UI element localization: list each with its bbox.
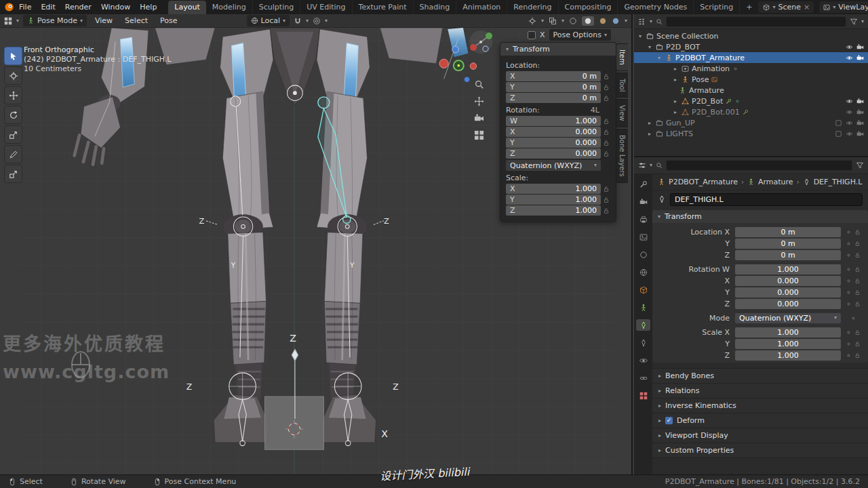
tab-bone-constraint[interactable] [636, 337, 650, 348]
tab-physics[interactable] [636, 354, 650, 366]
expand-caret-icon[interactable]: ▾ [656, 55, 663, 61]
tab-scene[interactable] [636, 249, 650, 260]
value-field[interactable]: 1.000 [735, 264, 841, 274]
value-field[interactable]: 0 m [735, 239, 841, 249]
properties-editor-icon[interactable] [638, 161, 646, 169]
rotation-w-field[interactable]: W1.000 [506, 116, 601, 126]
lock-icon[interactable] [854, 352, 861, 359]
tab-object-data[interactable] [636, 302, 650, 313]
workspace-tab-modeling[interactable]: Modeling [206, 1, 253, 14]
sidebar-tab-view[interactable]: View [616, 99, 628, 127]
render-visibility-icon[interactable] [856, 98, 864, 105]
keyframe-dot-icon[interactable] [850, 315, 856, 321]
workspace-tab-compositing[interactable]: Compositing [559, 1, 618, 14]
viewlayer-selector[interactable]: ▾ ViewLayer × [819, 1, 868, 13]
shading-caret-icon[interactable]: ▾ [625, 18, 627, 24]
workspace-tab-uv-editing[interactable]: UV Editing [300, 1, 352, 14]
keyframe-dot-icon[interactable] [846, 266, 852, 272]
rotation-mode-dropdown[interactable]: Quaternion (WXYZ)▾ [506, 160, 601, 171]
hide-eye-icon[interactable] [846, 98, 853, 105]
pose-options-dropdown[interactable]: Pose Options ▾ [549, 29, 611, 41]
menu-edit[interactable]: Edit [36, 1, 60, 13]
breadcrumb-object[interactable]: P2DBOT_Armature [669, 178, 738, 186]
gizmo-axis-red[interactable] [470, 44, 477, 51]
navigation-gizmo[interactable] [467, 28, 495, 56]
value-field[interactable]: 1.000 [735, 350, 841, 361]
render-visibility-icon[interactable] [856, 108, 864, 116]
workspace-tab-rendering[interactable]: Rendering [507, 1, 558, 14]
lock-icon[interactable] [854, 252, 861, 258]
gizmos-icon[interactable] [528, 17, 536, 25]
filter-caret-icon[interactable]: ▾ [861, 19, 864, 24]
transform-orientation-selector[interactable]: Local ▾ [247, 15, 290, 26]
gizmos-caret-icon[interactable]: ▾ [541, 18, 544, 24]
camera-view-icon[interactable] [474, 113, 484, 123]
hide-eye-icon[interactable] [846, 119, 853, 127]
outliner-row-p2d-bot[interactable]: ▾ P2D_BOT [634, 41, 868, 52]
panel-viewport-display[interactable]: ▸Viewport Display [652, 428, 868, 443]
outliner-row-pose[interactable]: ▸ Pose [634, 74, 868, 85]
expand-caret-icon[interactable]: ▾ [637, 33, 644, 39]
expand-caret-icon[interactable]: ▸ [646, 120, 653, 126]
breadcrumb-data[interactable]: Armature [758, 178, 793, 186]
tab-render[interactable] [636, 196, 650, 207]
pan-view-icon[interactable] [474, 96, 484, 106]
expand-caret-icon[interactable]: ▸ [672, 98, 679, 104]
value-field[interactable]: 0 m [735, 250, 841, 260]
shading-material-icon[interactable] [599, 17, 607, 25]
value-field[interactable]: 1.000 [735, 339, 841, 349]
outliner-row-animation[interactable]: ▸ Animation [634, 63, 868, 74]
outliner-row-lights[interactable]: ▸ LIGHTS [634, 128, 868, 139]
sidebar-tab-tool[interactable]: Tool [616, 73, 628, 98]
tool-measure[interactable] [4, 165, 22, 183]
outliner-row-p2dbot-armature[interactable]: ▾ P2DBOT_Armature [634, 52, 868, 63]
properties-search-input[interactable] [666, 160, 852, 171]
location-y-field[interactable]: Y0 m [506, 82, 601, 92]
lock-icon[interactable] [854, 341, 861, 347]
expand-caret-icon[interactable]: ▸ [646, 131, 653, 137]
scale-x-field[interactable]: X1.000 [506, 184, 601, 194]
panel-relations[interactable]: ▸Relations [652, 383, 868, 398]
hide-eye-icon[interactable] [846, 108, 853, 116]
keyframe-dot-icon[interactable] [846, 329, 852, 336]
snap-caret-icon[interactable]: ▾ [306, 18, 309, 24]
render-visibility-icon[interactable] [856, 43, 864, 51]
workspace-tab-layout[interactable]: Layout [168, 1, 205, 14]
panel-custom-properties[interactable]: ▸Custom Properties [652, 443, 868, 458]
lock-icon[interactable] [603, 150, 610, 157]
menu-select[interactable]: Select [121, 16, 152, 26]
keyframe-dot-icon[interactable] [846, 341, 852, 347]
menu-pose[interactable]: Pose [156, 16, 181, 26]
tab-object[interactable] [636, 284, 650, 296]
sidebar-tab-item[interactable]: Item [616, 43, 628, 71]
tab-bone[interactable] [636, 319, 650, 331]
tool-move[interactable] [4, 86, 22, 104]
tool-annotate[interactable] [4, 145, 22, 163]
render-visibility-icon[interactable] [856, 130, 864, 138]
scale-y-field[interactable]: Y1.000 [506, 195, 601, 205]
shading-rendered-icon[interactable] [612, 17, 620, 25]
tab-tool[interactable] [636, 178, 650, 190]
overlays-caret-icon[interactable]: ▾ [561, 18, 564, 24]
lock-icon[interactable] [854, 329, 861, 336]
rotation-y-field[interactable]: Y0.000 [506, 138, 601, 148]
exclude-checkbox-icon[interactable] [835, 130, 842, 138]
value-field[interactable]: 0 m [735, 227, 841, 237]
menu-file[interactable]: File [14, 1, 36, 13]
rotation-x-field[interactable]: X0.000 [506, 127, 601, 137]
add-workspace-button[interactable]: + [740, 1, 759, 14]
filter-funnel-icon[interactable] [850, 18, 858, 26]
workspace-tab-shading[interactable]: Shading [414, 1, 457, 14]
value-field[interactable]: 0.000 [735, 276, 841, 286]
tool-scale[interactable] [4, 125, 22, 144]
workspace-tab-texture-paint[interactable]: Texture Paint [353, 1, 414, 14]
blender-logo[interactable] [4, 2, 14, 12]
overlays-icon[interactable] [549, 17, 557, 25]
rotation-z-field[interactable]: Z0.000 [506, 148, 601, 159]
breadcrumb-bone[interactable]: DEF_THIGH.L [814, 178, 863, 186]
outliner-row-armature-data[interactable]: Armature [634, 85, 868, 96]
filter-funnel-icon[interactable] [856, 161, 864, 169]
menu-render[interactable]: Render [60, 1, 96, 13]
location-x-field[interactable]: X0 m [506, 71, 601, 81]
keyframe-dot-icon[interactable] [846, 229, 852, 235]
